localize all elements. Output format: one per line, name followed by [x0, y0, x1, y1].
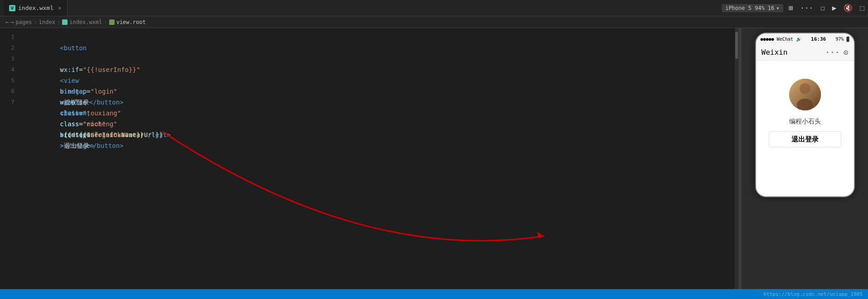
sep1: › — [34, 19, 37, 25]
code-lines: 1 <button wx:if="{{!userInfo}}" bindtap=… — [0, 28, 738, 111]
more-options-icon[interactable]: ··· — [800, 4, 813, 12]
code-line-5: 5 <text class="nicheng" >{{userInfo.nick… — [0, 75, 738, 86]
line-number-5: 5 — [0, 75, 22, 86]
layout-icon[interactable]: ⬚ — [860, 4, 864, 12]
breadcrumb-index[interactable]: index — [39, 19, 55, 25]
sep2: › — [57, 19, 60, 25]
code-line-7: 7 </view>| — [0, 97, 738, 108]
file-icon: W — [9, 5, 15, 11]
eq7: = — [87, 131, 90, 138]
line-number-4: 4 — [0, 64, 22, 75]
tab-index-wxml[interactable]: W index.wxml × — [4, 0, 68, 16]
breadcrumb-current: view.root — [116, 19, 146, 25]
line-number-7: 7 — [0, 97, 22, 108]
speaker-icon[interactable]: 🔇 — [844, 4, 853, 12]
avatar-image — [789, 79, 821, 110]
scrollbar[interactable] — [735, 28, 738, 289]
tab-label: index.wxml — [18, 5, 53, 11]
code-line-6: 6 <button bindtap="loginOut" >退出登录</butt… — [0, 86, 738, 97]
scrollbar-thumb — [735, 32, 738, 59]
tag-gt6: > — [60, 142, 63, 149]
line-number-3: 3 — [0, 53, 22, 64]
logout-label: 退出登录 — [791, 135, 819, 144]
iphone-container: ●●●●● WeChat 🔊 16:36 97% ▓ Weixin ··· ⊙ — [755, 33, 855, 197]
main-area: 1 <button wx:if="{{!userInfo}}" bindtap=… — [0, 28, 868, 289]
logout-button[interactable]: 退出登录 — [769, 131, 841, 147]
nav-actions: ··· ⊙ — [825, 47, 848, 57]
status-url: https://blog.csdn.net/uniapp_1985 — [763, 291, 863, 297]
tag-view-close: </view> — [60, 109, 87, 117]
line-number-1: 1 — [0, 32, 22, 43]
line-content-7: </view>| — [22, 97, 738, 130]
toolbar-icons: ⊞ ··· ☐ ▶ 🔇 ⬚ — [789, 4, 864, 12]
nav-more-icon[interactable]: ··· — [825, 47, 840, 57]
svg-marker-0 — [537, 232, 544, 238]
code-line-1: 1 <button wx:if="{{!userInfo}}" bindtap=… — [0, 32, 738, 43]
signal-text: ●●●●● WeChat 🔊 — [761, 37, 801, 42]
code-line-4: 4 <image class="touxiang" src="{{userInf… — [0, 64, 738, 75]
attr-bindtap6: bindtap — [60, 131, 87, 138]
cursor-blink: | — [87, 110, 90, 117]
line-number-2: 2 — [0, 43, 22, 53]
tab-close-button[interactable]: × — [58, 5, 61, 11]
iphone-status-bar: ●●●●● WeChat 🔊 16:36 97% ▓ — [756, 33, 854, 44]
line-content-2 — [22, 43, 738, 53]
svg-point-2 — [800, 83, 810, 94]
play-icon[interactable]: ▶ — [832, 4, 837, 12]
device-selector[interactable]: iPhone 5 94% 16 ▾ — [722, 4, 783, 12]
split-view-icon[interactable]: ⊞ — [789, 4, 793, 12]
user-nickname: 编程小石头 — [789, 118, 821, 126]
line-number-6: 6 — [0, 86, 22, 97]
code-line-2: 2 — [0, 43, 738, 53]
time-text: 16:36 — [811, 36, 826, 42]
breadcrumb-file[interactable]: index.wxml — [69, 19, 102, 25]
text-logout: 退出登录 — [64, 142, 89, 149]
val-loginout: "loginOut" — [91, 131, 129, 138]
nav-record-icon[interactable]: ⊙ — [844, 47, 849, 57]
breadcrumb: ← → pages › index › index.wxml › view.ro… — [0, 16, 868, 28]
sep3: › — [104, 19, 107, 25]
chevron-down-icon: ▾ — [776, 5, 779, 11]
phone-frame: ●●●●● WeChat 🔊 16:36 97% ▓ Weixin ··· ⊙ — [742, 28, 868, 289]
avatar — [789, 79, 821, 110]
iphone-content: 编程小石头 退出登录 — [756, 61, 854, 196]
forward-icon[interactable]: → — [10, 19, 14, 25]
code-line-3: 3 ∨ <view wx:else class="root" > — [0, 53, 738, 64]
view-icon — [109, 19, 115, 25]
toolbar-right: iPhone 5 94% 16 ▾ ⊞ ··· ☐ ▶ 🔇 ⬚ — [722, 4, 864, 12]
device-label: iPhone 5 94% 16 — [725, 5, 774, 11]
back-icon[interactable]: ← — [5, 19, 9, 25]
tag-btn-close: </button> — [89, 142, 124, 149]
phone-preview-panel: ●●●●● WeChat 🔊 16:36 97% ▓ Weixin ··· ⊙ — [741, 28, 868, 289]
tab-bar: W index.wxml × iPhone 5 94% 16 ▾ ⊞ ··· ☐… — [0, 0, 868, 16]
battery-text: 97% ▓ — [835, 37, 849, 42]
nav-title: Weixin — [762, 48, 788, 57]
breadcrumb-pages[interactable]: pages — [15, 19, 32, 25]
iphone-nav-bar: Weixin ··· ⊙ — [756, 44, 854, 61]
status-bar: https://blog.csdn.net/uniapp_1985 — [0, 289, 868, 299]
phone-icon[interactable]: ☐ — [820, 4, 825, 12]
code-editor[interactable]: 1 <button wx:if="{{!userInfo}}" bindtap=… — [0, 28, 738, 289]
wxml-icon — [62, 19, 68, 25]
